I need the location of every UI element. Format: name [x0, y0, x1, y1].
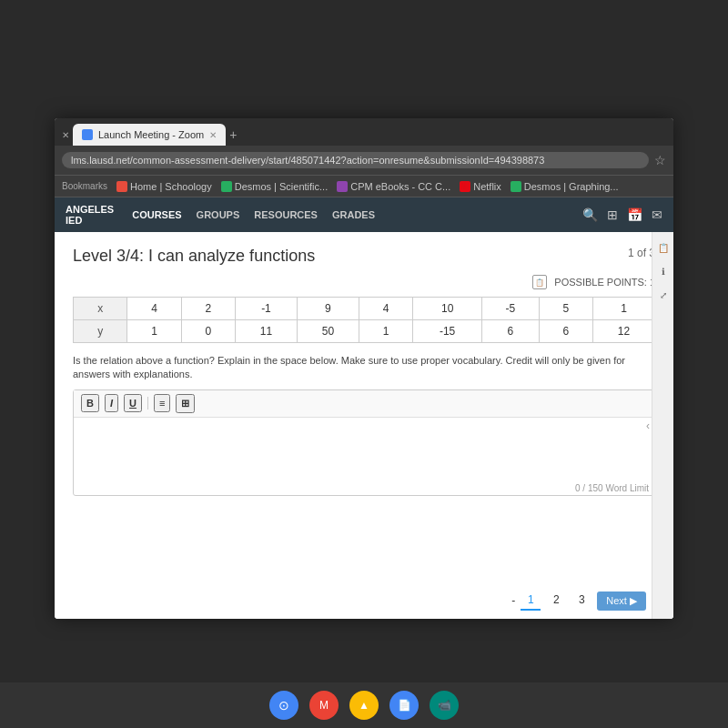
- tab-close-icon[interactable]: ✕: [62, 130, 69, 140]
- y-val-9: 12: [593, 320, 655, 343]
- star-icon[interactable]: ☆: [654, 153, 666, 167]
- table-row-y: y 1 0 11 50 1 -15 6 6 12: [74, 320, 655, 343]
- editor-toolbar: B I U ≡ ⊞: [74, 390, 654, 418]
- question-text: Is the relation above a function? Explai…: [73, 354, 655, 382]
- page-dash: -: [511, 594, 515, 607]
- nav-brand: ANGELES IED: [66, 204, 114, 226]
- bookmarks-label: Bookmarks: [62, 181, 107, 191]
- side-info-icon[interactable]: ℹ: [655, 263, 672, 279]
- nav-link-courses[interactable]: COURSES: [132, 209, 181, 220]
- bookmark-cpm[interactable]: CPM eBooks - CC C...: [337, 181, 450, 192]
- x-val-7: -5: [482, 298, 540, 320]
- taskbar-meet-icon[interactable]: 📹: [430, 691, 459, 720]
- nav-link-grades[interactable]: GRADES: [332, 209, 375, 220]
- address-bar: ☆: [55, 146, 673, 175]
- tab-bar: ✕ Launch Meeting - Zoom ✕ +: [55, 118, 673, 146]
- y-val-5: 1: [359, 320, 412, 343]
- y-label: y: [74, 320, 127, 343]
- word-limit: 0 / 150 Word Limit: [74, 481, 654, 495]
- screen: ✕ Launch Meeting - Zoom ✕ + ☆ Bookmarks …: [55, 118, 673, 619]
- nav-links: COURSES GROUPS RESOURCES GRADES: [132, 209, 564, 220]
- page-3[interactable]: 3: [571, 591, 592, 611]
- possible-points-label: POSSIBLE POINTS: 1: [554, 277, 655, 288]
- toolbar-divider: [147, 397, 148, 410]
- taskbar-gmail-icon[interactable]: M: [309, 691, 339, 720]
- brand-line1: ANGELES: [66, 204, 114, 215]
- schoology-favicon: [116, 181, 127, 192]
- function-table: x 4 2 -1 9 4 10 -5 5 1 y 1 0: [73, 297, 655, 343]
- bookmark-cpm-label: CPM eBooks - CC C...: [350, 181, 450, 192]
- taskbar: ⊙ M ▲ 📄 📹: [0, 682, 728, 728]
- desmos-favicon: [221, 181, 232, 192]
- mail-icon[interactable]: ✉: [652, 207, 662, 222]
- indent-button[interactable]: ⊞: [176, 394, 195, 413]
- new-tab-icon[interactable]: +: [229, 127, 237, 142]
- page-2[interactable]: 2: [546, 591, 566, 611]
- x-val-5: 4: [359, 298, 412, 320]
- taskbar-docs-icon[interactable]: 📄: [389, 691, 419, 720]
- laptop-frame: ✕ Launch Meeting - Zoom ✕ + ☆ Bookmarks …: [0, 0, 728, 728]
- list-button[interactable]: ≡: [154, 394, 170, 412]
- side-calendar-icon[interactable]: 📋: [655, 239, 672, 256]
- text-editor: B I U ≡ ⊞ 0 / 150 Word Limit: [73, 389, 655, 496]
- collapse-arrow[interactable]: ‹: [646, 420, 650, 432]
- schoology-nav: ANGELES IED COURSES GROUPS RESOURCES GRA…: [55, 197, 673, 232]
- page-content: ANGELES IED COURSES GROUPS RESOURCES GRA…: [55, 197, 673, 619]
- x-val-3: -1: [235, 298, 297, 320]
- bookmarks-bar: Bookmarks Home | Schoology Desmos | Scie…: [55, 175, 673, 197]
- nav-icons: 🔍 ⊞ 📅 ✉: [582, 207, 662, 222]
- calendar-small-icon: 📋: [532, 275, 547, 289]
- underline-button[interactable]: U: [124, 394, 142, 412]
- side-expand-icon[interactable]: ⤢: [655, 287, 672, 303]
- x-val-6: 10: [413, 298, 482, 320]
- bottom-nav: - 1 2 3 Next ▶: [511, 591, 646, 611]
- netflix-favicon: N: [460, 181, 470, 192]
- taskbar-chrome-icon[interactable]: ⊙: [269, 691, 298, 720]
- grid-icon[interactable]: ⊞: [607, 207, 618, 222]
- bookmark-desmos-label: Desmos | Scientific...: [235, 181, 329, 192]
- bookmark-desmos2[interactable]: Desmos | Graphing...: [511, 181, 619, 192]
- y-val-7: 6: [482, 320, 540, 343]
- search-icon[interactable]: 🔍: [582, 207, 598, 222]
- y-val-3: 11: [235, 320, 297, 343]
- brand-line2: IED: [66, 215, 114, 226]
- x-val-2: 2: [181, 298, 235, 320]
- bookmark-desmos[interactable]: Desmos | Scientific...: [221, 181, 329, 192]
- nav-link-groups[interactable]: GROUPS: [197, 209, 240, 220]
- y-val-2: 0: [181, 320, 235, 343]
- y-val-1: 1: [127, 320, 181, 343]
- possible-points: 📋 POSSIBLE POINTS: 1: [73, 275, 655, 289]
- bookmark-netflix[interactable]: N Netflix: [460, 181, 501, 192]
- question-header: Level 3/4: I can analyze functions 1 of …: [73, 247, 655, 266]
- x-val-1: 4: [127, 298, 181, 320]
- active-tab[interactable]: Launch Meeting - Zoom ✕: [73, 124, 226, 146]
- tab-label: Launch Meeting - Zoom: [98, 129, 204, 140]
- bookmark-schoology-label: Home | Schoology: [130, 181, 212, 192]
- taskbar-drive-icon[interactable]: ▲: [349, 691, 379, 720]
- main-area: Level 3/4: I can analyze functions 1 of …: [55, 232, 673, 619]
- side-panel: 📋 ℹ ⤢ ‹: [652, 232, 673, 619]
- x-label: x: [74, 298, 127, 320]
- tab-x-icon[interactable]: ✕: [209, 130, 217, 140]
- italic-button[interactable]: I: [105, 394, 118, 412]
- calendar-icon[interactable]: 📅: [627, 207, 642, 222]
- url-input[interactable]: [62, 152, 649, 168]
- x-val-8: 5: [539, 298, 592, 320]
- browser-chrome: ✕ Launch Meeting - Zoom ✕ + ☆ Bookmarks …: [55, 118, 673, 197]
- table-row-x: x 4 2 -1 9 4 10 -5 5 1: [74, 298, 655, 320]
- bookmark-schoology[interactable]: Home | Schoology: [116, 181, 212, 192]
- editor-textarea[interactable]: [74, 418, 654, 481]
- bold-button[interactable]: B: [81, 394, 99, 412]
- nav-link-resources[interactable]: RESOURCES: [254, 209, 318, 220]
- bookmark-desmos2-label: Desmos | Graphing...: [524, 181, 619, 192]
- y-val-8: 6: [539, 320, 592, 343]
- next-button[interactable]: Next ▶: [597, 592, 646, 611]
- y-val-4: 50: [297, 320, 359, 343]
- desmos2-favicon: [511, 181, 521, 192]
- tab-favicon: [82, 129, 93, 140]
- x-val-9: 1: [593, 298, 655, 320]
- page-1[interactable]: 1: [521, 591, 541, 611]
- question-title: Level 3/4: I can analyze functions: [73, 247, 315, 266]
- bookmark-netflix-label: Netflix: [473, 181, 501, 192]
- cpm-favicon: [337, 181, 348, 192]
